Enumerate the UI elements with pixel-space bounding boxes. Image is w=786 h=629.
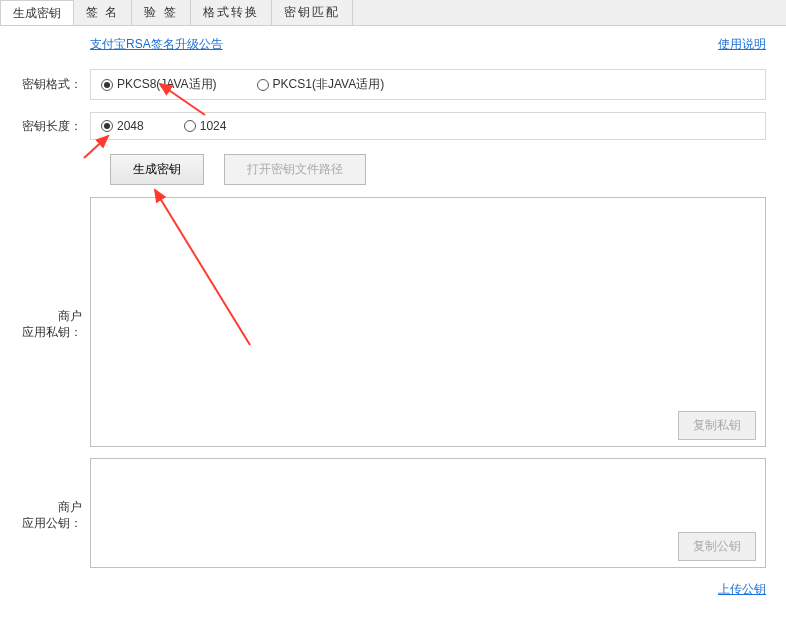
radio-icon (184, 120, 196, 132)
button-row: 生成密钥 打开密钥文件路径 (0, 146, 786, 193)
radio-group-format: PKCS8(JAVA适用) PKCS1(非JAVA适用) (90, 69, 766, 100)
upload-row: 上传公钥 (0, 575, 786, 608)
radio-label-1024: 1024 (200, 119, 227, 133)
radio-pkcs8[interactable]: PKCS8(JAVA适用) (101, 76, 217, 93)
link-usage[interactable]: 使用说明 (718, 36, 766, 53)
copy-private-button[interactable]: 复制私钥 (678, 411, 756, 440)
link-announcement[interactable]: 支付宝RSA签名升级公告 (90, 36, 223, 53)
radio-label-pkcs1: PKCS1(非JAVA适用) (273, 76, 385, 93)
label-private-key: 商户 应用私钥： (0, 308, 90, 340)
radio-pkcs1[interactable]: PKCS1(非JAVA适用) (257, 76, 385, 93)
tab-format-convert[interactable]: 格式转换 (191, 0, 272, 25)
copy-public-button[interactable]: 复制公钥 (678, 532, 756, 561)
tab-sign[interactable]: 签 名 (74, 0, 132, 25)
open-key-path-button[interactable]: 打开密钥文件路径 (224, 154, 366, 185)
row-key-format: 密钥格式： PKCS8(JAVA适用) PKCS1(非JAVA适用) (0, 63, 786, 106)
row-key-length: 密钥长度： 2048 1024 (0, 106, 786, 146)
link-row: 支付宝RSA签名升级公告 使用说明 (0, 26, 786, 63)
tab-key-match[interactable]: 密钥匹配 (272, 0, 353, 25)
label-key-format: 密钥格式： (0, 76, 90, 93)
radio-icon (101, 79, 113, 91)
radio-label-pkcs8: PKCS8(JAVA适用) (117, 76, 217, 93)
tab-bar: 生成密钥 签 名 验 签 格式转换 密钥匹配 (0, 0, 786, 26)
radio-1024[interactable]: 1024 (184, 119, 227, 133)
generate-key-button[interactable]: 生成密钥 (110, 154, 204, 185)
tab-verify[interactable]: 验 签 (132, 0, 190, 25)
label-public-key: 商户 应用公钥： (0, 499, 90, 531)
tab-generate-key[interactable]: 生成密钥 (0, 0, 74, 25)
textarea-private-key[interactable] (90, 197, 766, 447)
radio-icon (257, 79, 269, 91)
radio-label-2048: 2048 (117, 119, 144, 133)
link-upload-public[interactable]: 上传公钥 (718, 582, 766, 596)
label-key-length: 密钥长度： (0, 118, 90, 135)
row-public-key: 商户 应用公钥： 复制公钥 (0, 454, 786, 575)
radio-group-length: 2048 1024 (90, 112, 766, 140)
row-private-key: 商户 应用私钥： 复制私钥 (0, 193, 786, 454)
radio-icon (101, 120, 113, 132)
radio-2048[interactable]: 2048 (101, 119, 144, 133)
textarea-public-key[interactable] (90, 458, 766, 568)
